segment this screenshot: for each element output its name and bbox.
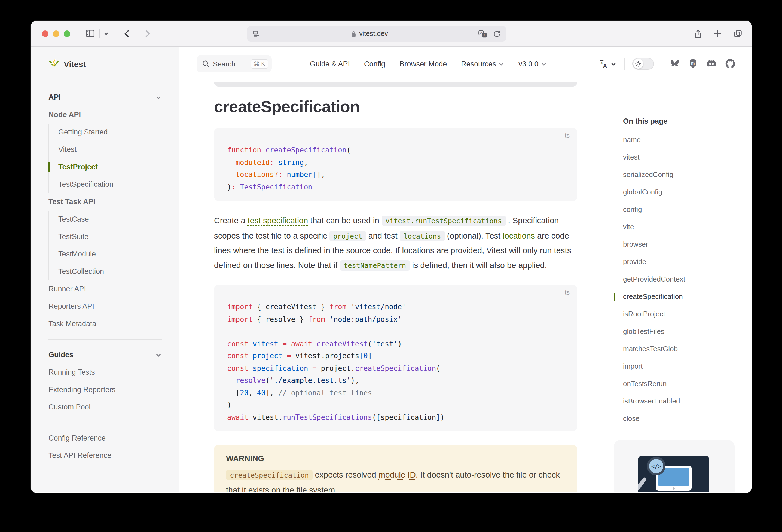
sidebar-item[interactable]: Getting Started: [49, 123, 162, 141]
sidebar-task-api-items: TestCaseTestSuiteTestModuleTestCollectio…: [48, 211, 162, 280]
toc-item[interactable]: name: [623, 131, 739, 149]
warning-title: WARNING: [226, 454, 565, 463]
sponsor-card[interactable]: </>: [614, 440, 735, 492]
toc-item[interactable]: import: [623, 358, 739, 375]
share-icon[interactable]: [694, 29, 703, 39]
translate-icon[interactable]: A x̂: [478, 30, 487, 38]
reader-icon[interactable]: [252, 30, 260, 38]
inline-code: project: [329, 230, 366, 241]
toc-item[interactable]: globTestFiles: [623, 323, 739, 340]
mastodon-icon[interactable]: m: [688, 59, 698, 69]
bluesky-icon[interactable]: [670, 59, 680, 68]
vitest-logo-icon: [48, 58, 59, 69]
nav-version-label: v3.0.0: [519, 60, 539, 68]
toc-item[interactable]: vite: [623, 218, 739, 236]
zoom-window-button[interactable]: [64, 30, 70, 37]
sidebar-item[interactable]: Vitest: [49, 141, 162, 158]
toc-title: On this page: [623, 116, 739, 127]
reload-icon[interactable]: [493, 30, 501, 38]
inline-link[interactable]: test specification: [248, 216, 308, 225]
theme-toggle[interactable]: [632, 58, 654, 70]
sidebar-item[interactable]: TestSpecification: [49, 176, 162, 193]
sidebar-item[interactable]: Extending Reporters: [48, 381, 162, 399]
inline-link[interactable]: vitest.runTestSpecifications: [382, 216, 506, 226]
nav-resources[interactable]: Resources: [461, 60, 504, 68]
nav-version[interactable]: v3.0.0: [519, 60, 547, 68]
toc-item[interactable]: onTestsRerun: [623, 375, 739, 393]
sidebar-group-guides[interactable]: Guides: [48, 346, 162, 364]
chevron-down-icon: [155, 352, 162, 358]
social-links: m: [670, 59, 735, 69]
page-content: createSpecification ts function createSp…: [179, 81, 751, 492]
code-language-badge: ts: [565, 289, 570, 296]
inline-link[interactable]: locations: [503, 230, 535, 240]
chevron-down-icon: [610, 61, 616, 67]
nav-guide-api[interactable]: Guide & API: [310, 60, 350, 68]
sidebar-item[interactable]: Runner API: [48, 280, 162, 298]
language-menu[interactable]: x A: [599, 59, 616, 68]
code-block-signature[interactable]: ts function createSpecification( moduleI…: [214, 128, 577, 201]
new-tab-icon[interactable]: [713, 29, 722, 38]
search-placeholder: Search: [213, 60, 247, 68]
minimize-window-button[interactable]: [53, 30, 59, 37]
sidebar-item[interactable]: Reporters API: [48, 298, 162, 315]
toc-item[interactable]: globalConfig: [623, 183, 739, 201]
sidebar-item[interactable]: Config Reference: [48, 430, 162, 447]
toc-item[interactable]: createSpecification: [623, 288, 739, 306]
code-block-example[interactable]: ts import { createVitest } from 'vitest/…: [214, 285, 577, 431]
sidebar-nav: API Node API Getting StartedVitestTestPr…: [31, 81, 179, 464]
forward-button[interactable]: [144, 29, 151, 38]
safari-window: vitest.dev A x̂: [31, 21, 751, 493]
toc-item[interactable]: config: [623, 201, 739, 218]
inline-code: locations: [400, 230, 445, 241]
search-icon: [202, 60, 210, 68]
toc-item[interactable]: isBrowserEnabled: [623, 393, 739, 410]
toc-item[interactable]: browser: [623, 236, 739, 253]
svg-text:x: x: [600, 60, 603, 65]
close-window-button[interactable]: [42, 30, 48, 37]
inline-link[interactable]: testNamePattern: [340, 260, 410, 270]
site-header: Search ⌘ K Guide & API Config Browser Mo…: [179, 47, 751, 81]
sidebar-group-api[interactable]: API: [48, 89, 162, 106]
toc-item[interactable]: provide: [623, 253, 739, 271]
sidebar-item[interactable]: Test API Reference: [48, 447, 162, 464]
sidebar-item[interactable]: TestModule: [49, 246, 162, 263]
discord-icon[interactable]: [706, 59, 717, 68]
github-icon[interactable]: [725, 59, 735, 69]
nav-resources-label: Resources: [461, 60, 496, 68]
sidebar-node-api-items: Getting StartedVitestTestProjectTestSpec…: [48, 123, 162, 193]
sidebar-item[interactable]: Task Metadata: [48, 315, 162, 333]
sidebar-divider: [48, 423, 162, 423]
sidebar-item[interactable]: TestProject: [49, 158, 162, 176]
chevron-down-icon[interactable]: [103, 31, 109, 36]
toc-item[interactable]: isRootProject: [623, 306, 739, 323]
toc-item[interactable]: getProvidedContext: [623, 271, 739, 288]
toc-item[interactable]: serializedConfig: [623, 166, 739, 183]
toc-item[interactable]: matchesTestGlob: [623, 340, 739, 358]
sidebar-toggle-icon[interactable]: [85, 28, 95, 39]
sidebar-item[interactable]: TestCollection: [49, 263, 162, 280]
site-logo[interactable]: Vitest: [31, 47, 179, 81]
toc-item[interactable]: close: [623, 410, 739, 427]
sidebar-item[interactable]: Custom Pool: [48, 399, 162, 416]
header-divider: [662, 58, 662, 70]
url-domain: vitest.dev: [359, 30, 388, 38]
sidebar-reference-links: Config ReferenceTest API Reference: [48, 430, 162, 464]
inline-link[interactable]: module ID: [379, 470, 416, 479]
sidebar-group-guides-label: Guides: [48, 346, 73, 364]
window-controls: [42, 30, 70, 37]
address-bar[interactable]: vitest.dev A x̂: [247, 26, 506, 42]
nav-config[interactable]: Config: [364, 60, 385, 68]
back-button[interactable]: [123, 29, 131, 38]
tab-overview-icon[interactable]: [733, 29, 743, 39]
toc-item[interactable]: vitest: [623, 149, 739, 166]
chevron-down-icon: [498, 61, 504, 67]
search-input[interactable]: Search ⌘ K: [197, 55, 272, 72]
sidebar-item[interactable]: TestCase: [49, 211, 162, 228]
sidebar-group-api-label: API: [48, 89, 61, 106]
code-example: import { createVitest } from 'vitest/nod…: [227, 301, 564, 424]
sidebar-item[interactable]: Running Tests: [48, 364, 162, 381]
screen: vitest.dev A x̂: [0, 0, 782, 532]
nav-browser-mode[interactable]: Browser Mode: [399, 60, 447, 68]
sidebar-item[interactable]: TestSuite: [49, 228, 162, 246]
